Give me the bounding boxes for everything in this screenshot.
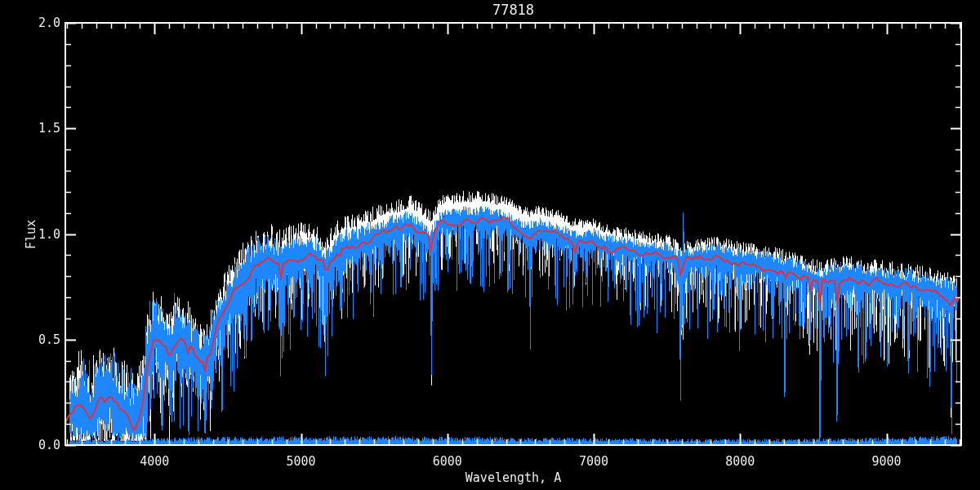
x-tick-label: 5000 xyxy=(277,454,326,469)
spectrum-figure: 77818 Flux Wavelength, A 400050006000700… xyxy=(0,0,980,490)
x-tick-label: 9000 xyxy=(862,454,911,469)
x-tick-label: 4000 xyxy=(130,454,179,469)
spectrum-plot-canvas xyxy=(0,0,980,490)
y-tick-label: 2.0 xyxy=(0,16,60,30)
plot-title: 77818 xyxy=(65,2,961,17)
y-tick-label: 1.5 xyxy=(0,121,60,136)
x-tick-label: 7000 xyxy=(569,454,618,469)
x-tick-label: 8000 xyxy=(715,454,764,469)
x-axis-title: Wavelength, A xyxy=(65,470,961,485)
y-tick-label: 0.0 xyxy=(0,438,60,452)
x-tick-label: 6000 xyxy=(423,454,472,469)
y-tick-label: 0.5 xyxy=(0,332,60,347)
y-tick-label: 1.0 xyxy=(0,227,60,242)
